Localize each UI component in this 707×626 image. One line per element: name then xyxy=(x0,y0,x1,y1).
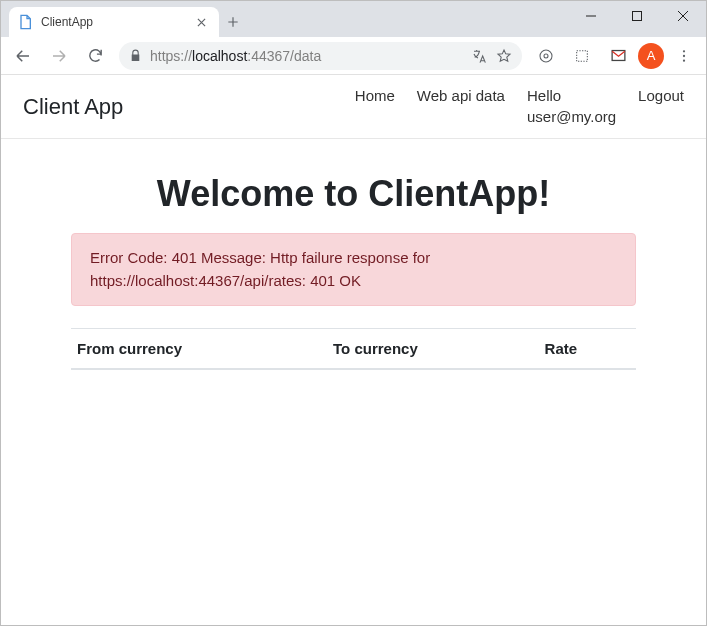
svg-point-6 xyxy=(683,54,685,56)
nav-webapi[interactable]: Web api data xyxy=(417,86,505,106)
window-controls xyxy=(568,1,706,31)
main-content: Welcome to ClientApp! Error Code: 401 Me… xyxy=(1,139,706,370)
forward-button[interactable] xyxy=(43,40,75,72)
back-button[interactable] xyxy=(7,40,39,72)
col-from: From currency xyxy=(71,328,327,369)
brand[interactable]: Client App xyxy=(23,94,123,120)
lock-icon xyxy=(129,49,142,62)
new-tab-button[interactable] xyxy=(219,8,247,36)
svg-point-5 xyxy=(683,50,685,52)
close-button[interactable] xyxy=(660,1,706,31)
star-icon[interactable] xyxy=(496,48,512,64)
tab-title: ClientApp xyxy=(41,15,185,29)
table-header-row: From currency To currency Rate xyxy=(71,328,636,369)
browser-window: ClientApp https://localhost:44367/data xyxy=(0,0,707,626)
error-alert: Error Code: 401 Message: Http failure re… xyxy=(71,233,636,306)
svg-point-1 xyxy=(540,50,552,62)
file-icon xyxy=(17,14,33,30)
translate-icon[interactable] xyxy=(472,48,488,64)
gmail-icon[interactable] xyxy=(602,40,634,72)
rates-table: From currency To currency Rate xyxy=(71,328,636,370)
nav-links: Home Web api data Hello user@my.org Logo… xyxy=(355,86,684,127)
profile-avatar[interactable]: A xyxy=(638,43,664,69)
col-rate: Rate xyxy=(539,328,636,369)
app-navbar: Client App Home Web api data Hello user@… xyxy=(1,75,706,139)
browser-tab[interactable]: ClientApp xyxy=(9,7,219,37)
nav-home[interactable]: Home xyxy=(355,86,395,106)
address-bar[interactable]: https://localhost:44367/data xyxy=(119,42,522,70)
browser-toolbar: https://localhost:44367/data A xyxy=(1,37,706,75)
svg-rect-0 xyxy=(633,12,642,21)
svg-point-7 xyxy=(683,59,685,61)
col-to: To currency xyxy=(327,328,539,369)
page-title: Welcome to ClientApp! xyxy=(71,173,636,215)
reload-button[interactable] xyxy=(79,40,111,72)
extension2-icon[interactable] xyxy=(566,40,598,72)
titlebar: ClientApp xyxy=(1,1,706,37)
extension1-icon[interactable] xyxy=(530,40,562,72)
url-text: https://localhost:44367/data xyxy=(150,48,464,64)
maximize-button[interactable] xyxy=(614,1,660,31)
svg-point-2 xyxy=(544,54,548,58)
page-viewport: Client App Home Web api data Hello user@… xyxy=(1,75,706,625)
nav-greeting[interactable]: Hello user@my.org xyxy=(527,86,616,127)
menu-button[interactable] xyxy=(668,40,700,72)
tab-close-icon[interactable] xyxy=(193,14,209,30)
svg-rect-3 xyxy=(577,50,588,61)
minimize-button[interactable] xyxy=(568,1,614,31)
nav-logout[interactable]: Logout xyxy=(638,86,684,106)
